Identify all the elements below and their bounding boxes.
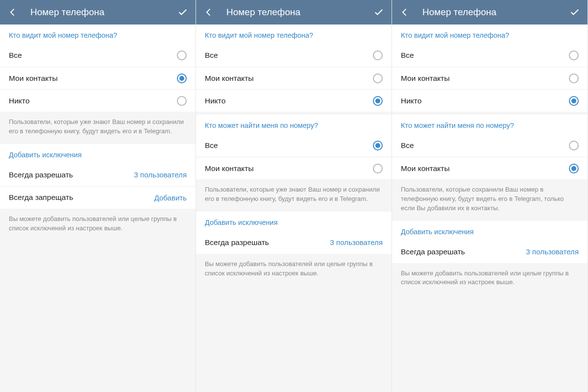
exceptions-section: Добавить исключения Всегда разрешать 3 п… bbox=[392, 221, 588, 263]
radio-icon bbox=[569, 50, 579, 60]
who-sees-section: Кто видит мой номер телефона? Все Мои ко… bbox=[0, 24, 196, 112]
always-allow-row[interactable]: Всегда разрешать 3 пользователя bbox=[0, 164, 196, 186]
radio-icon bbox=[569, 164, 579, 173]
page-title: Номер телефона bbox=[422, 7, 557, 18]
row-value: Добавить bbox=[154, 194, 187, 202]
back-icon[interactable] bbox=[7, 6, 19, 18]
row-label: Всегда разрешать bbox=[9, 171, 73, 179]
who-sees-section: Кто видит мой номер телефона? Все Мои ко… bbox=[196, 24, 392, 112]
row-label: Всегда разрешать bbox=[205, 238, 269, 247]
option-nobody[interactable]: Никто bbox=[0, 89, 196, 112]
option-contacts[interactable]: Мои контакты bbox=[196, 157, 392, 179]
who-finds-section: Кто может найти меня по номеру? Все Мои … bbox=[392, 115, 588, 179]
back-icon[interactable] bbox=[203, 6, 215, 18]
option-label: Мои контакты bbox=[205, 164, 254, 173]
settings-panel-3: Номер телефона Кто видит мой номер телеф… bbox=[392, 0, 588, 392]
back-icon[interactable] bbox=[399, 6, 411, 18]
section-title: Кто видит мой номер телефона? bbox=[392, 24, 588, 44]
option-label: Никто bbox=[9, 97, 29, 105]
header: Номер телефона bbox=[0, 0, 196, 24]
radio-icon bbox=[569, 141, 579, 150]
option-label: Все bbox=[401, 51, 414, 60]
header: Номер телефона bbox=[392, 0, 588, 24]
section-title: Добавить исключения bbox=[392, 221, 588, 241]
empty-space bbox=[392, 295, 588, 392]
option-label: Все bbox=[205, 141, 218, 150]
row-label: Всегда запрещать bbox=[9, 193, 73, 202]
header: Номер телефона bbox=[196, 0, 392, 24]
info-note: Пользователи, которые уже знают Ваш номе… bbox=[196, 179, 392, 212]
option-nobody[interactable]: Никто bbox=[392, 89, 588, 112]
info-note: Вы можете добавить пользователей или цел… bbox=[392, 263, 588, 295]
radio-icon bbox=[373, 164, 383, 173]
confirm-icon[interactable] bbox=[177, 6, 189, 18]
section-title: Кто может найти меня по номеру? bbox=[196, 115, 392, 134]
exceptions-section: Добавить исключения Всегда разрешать 3 п… bbox=[0, 144, 196, 209]
always-allow-row[interactable]: Всегда разрешать 3 пользователя bbox=[392, 241, 588, 263]
option-contacts[interactable]: Мои контакты bbox=[392, 157, 588, 179]
page-title: Номер телефона bbox=[226, 7, 361, 18]
option-label: Все bbox=[205, 51, 218, 60]
radio-icon bbox=[177, 50, 187, 60]
who-sees-section: Кто видит мой номер телефона? Все Мои ко… bbox=[392, 24, 588, 112]
info-note: Пользователи, которые уже знают Ваш номе… bbox=[0, 112, 196, 144]
radio-icon bbox=[177, 74, 187, 83]
option-label: Мои контакты bbox=[9, 74, 58, 83]
page-title: Номер телефона bbox=[30, 7, 165, 18]
option-all[interactable]: Все bbox=[196, 134, 392, 157]
row-value: 3 пользователя bbox=[330, 238, 383, 246]
row-label: Всегда разрешать bbox=[401, 247, 465, 256]
option-label: Мои контакты bbox=[401, 74, 450, 83]
section-title: Кто может найти меня по номеру? bbox=[392, 115, 588, 134]
section-title: Кто видит мой номер телефона? bbox=[196, 24, 392, 44]
option-label: Все bbox=[401, 141, 414, 150]
settings-panel-1: Номер телефона Кто видит мой номер телеф… bbox=[0, 0, 196, 392]
radio-icon bbox=[569, 74, 579, 83]
always-deny-row[interactable]: Всегда запрещать Добавить bbox=[0, 186, 196, 209]
radio-icon bbox=[569, 96, 579, 106]
row-value: 3 пользователя bbox=[526, 247, 579, 256]
option-all[interactable]: Все bbox=[392, 44, 588, 67]
option-contacts[interactable]: Мои контакты bbox=[392, 67, 588, 89]
option-label: Никто bbox=[205, 97, 225, 105]
confirm-icon[interactable] bbox=[373, 6, 385, 18]
option-label: Все bbox=[9, 51, 22, 60]
option-all[interactable]: Все bbox=[392, 134, 588, 157]
exceptions-section: Добавить исключения Всегда разрешать 3 п… bbox=[196, 212, 392, 254]
option-all[interactable]: Все bbox=[0, 44, 196, 67]
option-label: Никто bbox=[401, 97, 421, 105]
settings-panel-2: Номер телефона Кто видит мой номер телеф… bbox=[196, 0, 392, 392]
section-title: Кто видит мой номер телефона? bbox=[0, 24, 196, 44]
info-note: Вы можете добавить пользователей или цел… bbox=[0, 209, 196, 241]
option-contacts[interactable]: Мои контакты bbox=[0, 67, 196, 89]
info-note: Пользователи, которые сохранили Ваш номе… bbox=[392, 179, 588, 221]
empty-space bbox=[196, 286, 392, 392]
option-all[interactable]: Все bbox=[196, 44, 392, 67]
option-label: Мои контакты bbox=[205, 74, 254, 83]
row-value: 3 пользователя bbox=[134, 171, 187, 179]
radio-icon bbox=[177, 96, 187, 106]
info-note: Вы можете добавить пользователей или цел… bbox=[196, 254, 392, 286]
radio-icon bbox=[373, 50, 383, 60]
always-allow-row[interactable]: Всегда разрешать 3 пользователя bbox=[196, 231, 392, 254]
radio-icon bbox=[373, 74, 383, 83]
section-title: Добавить исключения bbox=[196, 212, 392, 231]
option-contacts[interactable]: Мои контакты bbox=[196, 67, 392, 89]
option-label: Мои контакты bbox=[401, 164, 450, 173]
option-nobody[interactable]: Никто bbox=[196, 89, 392, 112]
who-finds-section: Кто может найти меня по номеру? Все Мои … bbox=[196, 115, 392, 179]
radio-icon bbox=[373, 141, 383, 150]
confirm-icon[interactable] bbox=[569, 6, 581, 18]
radio-icon bbox=[373, 96, 383, 106]
empty-space bbox=[0, 241, 196, 392]
section-title: Добавить исключения bbox=[0, 144, 196, 164]
